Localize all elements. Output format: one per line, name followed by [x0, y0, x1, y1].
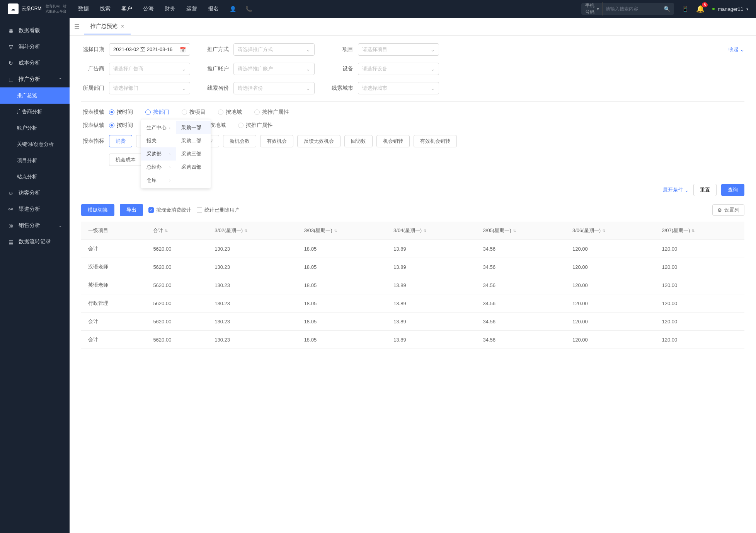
dropdown-item[interactable]: 采购一部	[176, 121, 211, 134]
table-cell: 34.56	[476, 258, 565, 276]
topnav-item[interactable]: 客户	[121, 5, 132, 12]
project-select[interactable]: 请选择项目⌄	[358, 43, 439, 56]
collapse-link[interactable]: 收起 ⌄	[729, 46, 744, 53]
sidebar-subitem[interactable]: 关键词/创意分析	[0, 136, 70, 152]
dropdown-item[interactable]: 采购部›	[141, 147, 176, 161]
swap-button[interactable]: 横纵切换	[81, 204, 114, 216]
mobile-icon[interactable]: 📱	[682, 6, 688, 12]
dropdown-item[interactable]: 采购三部	[176, 147, 211, 161]
table-cell: 13.89	[387, 313, 476, 331]
sidebar-item[interactable]: ▦数据看版	[0, 22, 70, 39]
date-range-input[interactable]: 2021-03-02 至 2021-03-16📅	[109, 43, 190, 56]
sidebar-subitem[interactable]: 项目分析	[0, 152, 70, 169]
table-header[interactable]: 3/03(星期一)⇅	[297, 222, 387, 240]
sidebar-item[interactable]: ▤数据流转记录	[0, 234, 70, 250]
user-icon[interactable]: 👤	[230, 6, 236, 12]
axis-v-label: 报表纵轴	[81, 122, 104, 129]
radio-icon	[182, 109, 187, 115]
radio-option[interactable]: 按项目	[182, 109, 206, 116]
metric-button[interactable]: 有效机会销转	[414, 135, 457, 147]
query-button[interactable]: 查询	[721, 184, 744, 196]
sidebar-icon: ▽	[8, 44, 14, 50]
topnav-item[interactable]: 财务	[165, 5, 175, 12]
topnav-item[interactable]: 数据	[78, 5, 89, 12]
export-button[interactable]: 导出	[120, 204, 143, 216]
phone-icon[interactable]: 📞	[245, 6, 252, 12]
radio-option[interactable]: 按时间	[109, 122, 133, 129]
sidebar-subitem[interactable]: 站点分析	[0, 169, 70, 185]
reset-button[interactable]: 重置	[693, 184, 717, 196]
metric-button[interactable]: 机会成本	[109, 154, 142, 166]
method-select[interactable]: 请选择推广方式⌄	[233, 43, 315, 56]
topnav-item[interactable]: 报名	[208, 5, 219, 12]
province-select[interactable]: 请选择省份⌄	[233, 82, 315, 94]
sidebar-item[interactable]: ▽漏斗分析	[0, 39, 70, 55]
search-box[interactable]: 手机号码 ▾ 🔍	[581, 3, 674, 15]
sort-icon: ⇅	[244, 229, 247, 233]
search-icon[interactable]: 🔍	[664, 6, 670, 12]
sidebar-item[interactable]: ◫推广分析⌃	[0, 71, 70, 87]
city-select[interactable]: 请选择城市⌄	[358, 82, 439, 94]
sidebar-subitem[interactable]: 广告商分析	[0, 104, 70, 120]
dropdown-item[interactable]: 生产中心›	[141, 121, 176, 134]
sidebar-subitem[interactable]: 推广总览	[0, 87, 70, 104]
metric-button[interactable]: 消费	[109, 135, 132, 147]
sidebar-item[interactable]: ⚯渠道分析	[0, 201, 70, 217]
advertiser-select[interactable]: 请选择广告商⌄	[109, 63, 190, 75]
account-select[interactable]: 请选择推广账户⌄	[233, 63, 315, 75]
table-cell: 120.00	[565, 240, 655, 258]
metric-button[interactable]: 反馈无效机会	[297, 135, 341, 147]
device-select[interactable]: 请选择设备⌄	[358, 63, 439, 75]
logo-icon: ☁	[8, 3, 19, 14]
dropdown-item[interactable]: 仓库›	[141, 174, 176, 187]
table-header[interactable]: 3/06(星期一)⇅	[565, 222, 655, 240]
radio-option[interactable]: 按部门	[145, 109, 169, 116]
table-header[interactable]: 3/05(星期一)⇅	[476, 222, 565, 240]
sidebar-item[interactable]: ☺访客分析	[0, 185, 70, 201]
close-icon[interactable]: ✕	[121, 24, 124, 29]
cash-checkbox[interactable]: ✓按现金消费统计	[148, 207, 191, 214]
radio-option[interactable]: 按推广属性	[238, 122, 273, 129]
columns-button[interactable]: ⚙设置列	[712, 204, 744, 216]
radio-option[interactable]: 按地域	[218, 109, 242, 116]
radio-option[interactable]: 按时间	[109, 109, 133, 116]
table-cell: 13.89	[387, 240, 476, 258]
dropdown-item[interactable]: 采购二部	[176, 134, 211, 147]
table-cell: 120.00	[655, 313, 744, 331]
sidebar-item[interactable]: ↻成本分析	[0, 55, 70, 71]
method-label: 推广方式	[206, 46, 229, 53]
table-header[interactable]: 一级项目	[81, 222, 146, 240]
sidebar-subitem[interactable]: 账户分析	[0, 120, 70, 136]
bell-icon[interactable]: 🔔5	[696, 5, 705, 13]
sidebar: ▦数据看版▽漏斗分析↻成本分析◫推广分析⌃推广总览广告商分析账户分析关键词/创意…	[0, 18, 70, 533]
search-type-select[interactable]: 手机号码 ▾	[585, 2, 603, 15]
table-header[interactable]: 合计⇅	[146, 222, 208, 240]
sidebar-toggle-icon[interactable]: ☰	[74, 23, 80, 30]
search-input[interactable]	[606, 6, 664, 12]
table-cell: 34.56	[476, 294, 565, 313]
tab-overview[interactable]: 推广总预览 ✕	[84, 19, 131, 34]
sidebar-item[interactable]: ◎销售分析⌄	[0, 217, 70, 234]
topnav-item[interactable]: 线索	[100, 5, 111, 12]
table-header[interactable]: 3/02(星期一)⇅	[208, 222, 297, 240]
topnav-item[interactable]: 公海	[143, 5, 154, 12]
table-header[interactable]: 3/04(星期一)⇅	[387, 222, 476, 240]
dropdown-item[interactable]: 采购四部	[176, 161, 211, 174]
metric-button[interactable]: 新机会数	[223, 135, 256, 147]
sidebar-icon: ▤	[8, 239, 14, 245]
dropdown-item[interactable]: 报关	[141, 134, 176, 147]
metric-button[interactable]: 回访数	[344, 135, 373, 147]
dept-dropdown: 生产中心›报关采购部›总经办›仓库› 采购一部采购二部采购三部采购四部	[141, 120, 211, 188]
sort-icon: ⇅	[165, 229, 168, 233]
metric-button[interactable]: 有效机会	[260, 135, 293, 147]
metric-button[interactable]: 机会销转	[376, 135, 410, 147]
deleted-checkbox[interactable]: 统计已删除用户	[197, 207, 240, 214]
expand-conditions-link[interactable]: 展开条件 ⌄	[663, 186, 689, 193]
table-header[interactable]: 3/07(星期一)⇅	[655, 222, 744, 240]
dept-select[interactable]: 请选择部门⌄	[109, 82, 190, 94]
dropdown-item[interactable]: 总经办›	[141, 161, 176, 174]
topnav-item[interactable]: 运营	[186, 5, 197, 12]
radio-option[interactable]: 按推广属性	[254, 109, 289, 116]
table-cell: 会计	[81, 313, 146, 331]
user-menu[interactable]: manager11 ▾	[712, 6, 748, 12]
